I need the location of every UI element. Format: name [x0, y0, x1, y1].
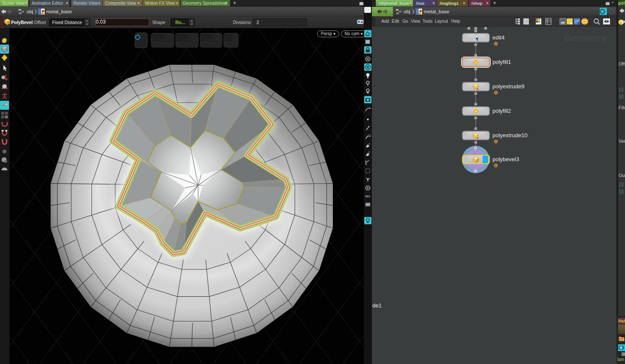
svg-text:abc: abc [365, 194, 370, 198]
svg-text:12: 12 [368, 134, 371, 137]
svg-text:2: 2 [368, 151, 370, 154]
